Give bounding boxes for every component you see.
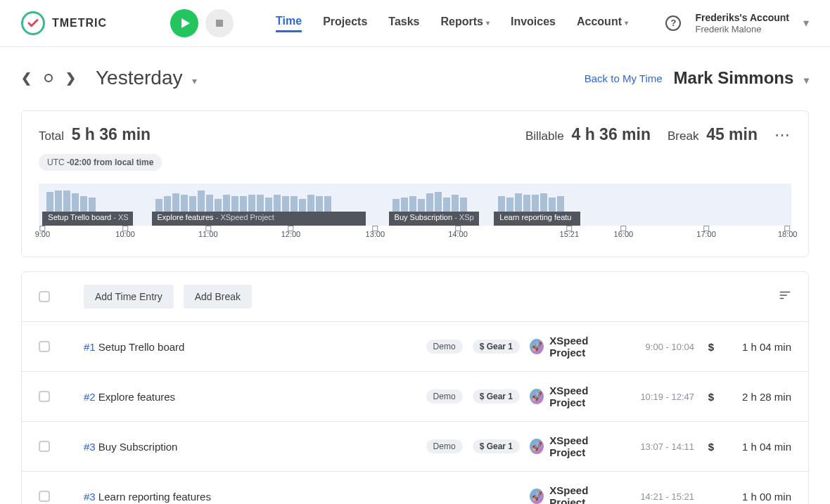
tag-demo[interactable]: Demo xyxy=(426,340,463,354)
add-break-button[interactable]: Add Break xyxy=(184,285,252,309)
account-user: Frederik Malone xyxy=(695,24,789,35)
entry-task: #3 Learn reporting features xyxy=(84,491,520,503)
prev-day-button[interactable]: ❮ xyxy=(21,70,32,86)
entry-project[interactable]: 🚀XSpeed Project xyxy=(530,484,621,504)
person-selector[interactable]: Mark Simmons ▾ xyxy=(674,68,809,88)
break-time: Break 45 min xyxy=(668,125,758,144)
stop-button[interactable] xyxy=(205,9,234,37)
tag-gear[interactable]: $ Gear 1 xyxy=(473,389,520,403)
next-day-button[interactable]: ❯ xyxy=(65,70,76,86)
play-button[interactable] xyxy=(170,9,198,37)
project-icon: 🚀 xyxy=(530,489,544,504)
project-icon: 🚀 xyxy=(530,339,544,354)
entry-time-range: 13:07 - 14:11 xyxy=(631,441,694,452)
play-icon xyxy=(181,18,190,28)
logo[interactable]: TMETRIC xyxy=(21,11,107,35)
table-row[interactable]: #1 Setup Trello board Demo$ Gear 1 🚀XSpe… xyxy=(22,322,808,372)
date-title: Yesterday xyxy=(96,67,183,89)
entry-project[interactable]: 🚀XSpeed Project xyxy=(530,385,621,408)
entry-duration: 1 h 00 min xyxy=(728,491,791,503)
entries-table: Add Time Entry Add Break #1 Setup Trello… xyxy=(21,271,809,504)
entry-duration: 2 h 28 min xyxy=(728,391,791,403)
tag-gear[interactable]: $ Gear 1 xyxy=(473,439,520,453)
row-checkbox[interactable] xyxy=(39,341,50,352)
project-icon: 🚀 xyxy=(530,389,544,404)
timeline[interactable]: Setup Trello board - XS Explore features… xyxy=(39,183,791,226)
row-checkbox[interactable] xyxy=(39,491,50,502)
chevron-down-icon: ▾ xyxy=(803,16,809,30)
row-checkbox[interactable] xyxy=(39,441,50,452)
tag-gear[interactable]: $ Gear 1 xyxy=(473,340,520,354)
nav-invoices[interactable]: Invoices xyxy=(511,15,556,31)
entry-task: #1 Setup Trello board xyxy=(84,341,416,353)
nav-account[interactable]: Account▾ xyxy=(577,15,628,31)
today-button[interactable] xyxy=(44,74,53,82)
add-time-entry-button[interactable]: Add Time Entry xyxy=(84,285,174,309)
back-to-my-time-link[interactable]: Back to My Time xyxy=(585,72,663,84)
table-row[interactable]: #3 Buy Subscription Demo$ Gear 1 🚀XSpeed… xyxy=(22,422,808,472)
table-row[interactable]: #3 Learn reporting features 🚀XSpeed Proj… xyxy=(22,472,808,504)
billable-icon: $ xyxy=(704,391,718,403)
billable-time: Billable 4 h 36 min xyxy=(525,125,651,144)
chevron-down-icon: ▾ xyxy=(625,19,628,27)
entry-task: #3 Buy Subscription xyxy=(84,441,416,453)
table-row[interactable]: #2 Explore features Demo$ Gear 1 🚀XSpeed… xyxy=(22,372,808,422)
chevron-down-icon: ▾ xyxy=(804,75,809,86)
timeline-segment[interactable]: Explore features - XSpeed Project xyxy=(152,212,366,226)
help-icon[interactable]: ? xyxy=(665,15,681,31)
timezone-badge: UTC -02:00 from local time xyxy=(39,154,162,171)
select-all-checkbox[interactable] xyxy=(39,291,50,302)
more-options-button[interactable]: ⋯ xyxy=(774,126,791,144)
entry-task: #2 Explore features xyxy=(84,391,416,403)
entry-time-range: 10:19 - 12:47 xyxy=(631,392,694,402)
entry-time-range: 9:00 - 10:04 xyxy=(631,342,694,352)
entry-project[interactable]: 🚀XSpeed Project xyxy=(530,335,621,358)
sort-button[interactable] xyxy=(779,289,791,304)
timeline-segment[interactable]: Setup Trello board - XS xyxy=(42,212,132,226)
billable-icon: $ xyxy=(704,341,718,353)
row-checkbox[interactable] xyxy=(39,391,50,402)
entry-duration: 1 h 04 min xyxy=(728,341,791,353)
account-dropdown[interactable]: Frederiks's Account Frederik Malone xyxy=(695,12,789,34)
total-time: Total 5 h 36 min xyxy=(39,125,151,144)
account-name: Frederiks's Account xyxy=(695,12,789,24)
nav-reports[interactable]: Reports▾ xyxy=(441,15,490,31)
brand-name: TMETRIC xyxy=(52,17,107,30)
stop-icon xyxy=(216,20,223,27)
timeline-segment[interactable]: Learn reporting featu xyxy=(494,212,580,226)
nav-reports-label: Reports xyxy=(441,15,483,27)
tag-demo[interactable]: Demo xyxy=(426,439,463,453)
billable-icon: $ xyxy=(704,441,718,453)
nav-tasks[interactable]: Tasks xyxy=(388,15,419,31)
nav-account-label: Account xyxy=(577,15,622,27)
chevron-down-icon: ▾ xyxy=(486,19,490,27)
chevron-down-icon: ▾ xyxy=(192,75,197,86)
entry-time-range: 14:21 - 15:21 xyxy=(631,491,694,502)
date-picker[interactable]: Yesterday ▾ xyxy=(96,67,197,89)
person-name: Mark Simmons xyxy=(674,68,794,87)
project-icon: 🚀 xyxy=(530,439,544,454)
timeline-axis: 9:00 10:00 11:00 12:00 13:00 14:00 15:21… xyxy=(39,228,791,243)
nav-projects[interactable]: Projects xyxy=(323,15,367,31)
timeline-segment[interactable]: Buy Subscription - XSp xyxy=(389,212,479,226)
summary-card: Total 5 h 36 min Billable 4 h 36 min Bre… xyxy=(21,110,809,257)
nav-time[interactable]: Time xyxy=(276,15,302,32)
entry-duration: 1 h 04 min xyxy=(728,441,791,453)
tag-demo[interactable]: Demo xyxy=(426,389,463,403)
logo-icon xyxy=(21,11,45,35)
entry-project[interactable]: 🚀XSpeed Project xyxy=(530,434,621,458)
